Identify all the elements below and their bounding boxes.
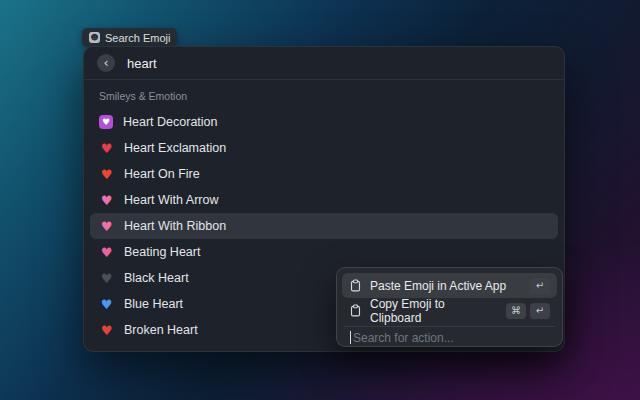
back-button[interactable]: ‹	[97, 54, 115, 72]
emoji-name: Beating Heart	[124, 245, 200, 259]
emoji-name: Heart Exclamation	[124, 141, 226, 155]
action-search-input[interactable]: Search for action...	[342, 330, 557, 346]
action-search-placeholder: Search for action...	[353, 331, 454, 345]
actions-list: Paste Emoji in Active App ↵ Copy Emoji t…	[342, 273, 557, 323]
emoji-list-item[interactable]: ♥ Heart With Ribbon	[90, 213, 558, 239]
heart-emoji-icon: ♥	[99, 194, 114, 207]
emoji-list-item[interactable]: ♥ Heart Decoration	[90, 109, 558, 135]
emoji-name: Heart With Ribbon	[124, 219, 226, 233]
section-header: Smileys & Emotion	[90, 80, 558, 109]
action-shortcut: ⌘↵	[506, 303, 550, 319]
chevron-left-icon: ‹	[103, 56, 108, 69]
return-key: ↵	[530, 303, 550, 319]
action-item[interactable]: Paste Emoji in Active App ↵	[342, 273, 557, 298]
action-item[interactable]: Copy Emoji to Clipboard ⌘↵	[342, 298, 557, 323]
action-shortcut: ↵	[530, 278, 550, 294]
heart-emoji-icon: ♥	[99, 324, 114, 337]
desktop: { "launcher_pill": { "label": "Search Em…	[0, 0, 640, 400]
popup-divider	[344, 326, 555, 327]
emoji-name: Heart With Arrow	[124, 193, 218, 207]
heart-emoji-icon: ♥	[99, 246, 114, 259]
heart-emoji-icon: ♥	[99, 142, 114, 155]
heart-emoji-icon: ♥	[99, 350, 114, 352]
command-key: ⌘	[506, 303, 526, 319]
emoji-list-item[interactable]: ♥ Heart On Fire	[90, 161, 558, 187]
emoji-name: Broken Heart	[124, 323, 198, 337]
heart-emoji-icon: ♥	[99, 272, 114, 285]
emoji-name: Blue Heart	[124, 297, 183, 311]
emoji-list-item[interactable]: ♥ Heart With Arrow	[90, 187, 558, 213]
action-label: Paste Emoji in Active App	[370, 279, 506, 293]
emoji-app-icon: ☻	[89, 32, 100, 43]
clipboard-icon	[349, 304, 362, 317]
heart-emoji-icon: ♥	[99, 115, 113, 129]
emoji-name: Heart On Fire	[124, 167, 200, 181]
clipboard-icon	[349, 279, 362, 292]
emoji-name: Brown Heart	[124, 349, 193, 351]
text-caret	[350, 331, 351, 344]
heart-emoji-icon: ♥	[99, 298, 114, 311]
heart-emoji-icon: ♥	[99, 168, 114, 181]
search-emoji-pill[interactable]: ☻ Search Emoji	[82, 28, 177, 47]
search-input[interactable]: heart	[127, 56, 157, 71]
heart-emoji-icon: ♥	[99, 220, 114, 233]
actions-popup: Paste Emoji in Active App ↵ Copy Emoji t…	[336, 267, 563, 347]
return-key: ↵	[530, 278, 550, 294]
emoji-name: Black Heart	[124, 271, 189, 285]
emoji-list-item[interactable]: ♥ Heart Exclamation	[90, 135, 558, 161]
search-bar: ‹ heart	[84, 47, 564, 80]
action-label: Copy Emoji to Clipboard	[370, 297, 498, 325]
emoji-name: Heart Decoration	[123, 115, 218, 129]
emoji-list-item[interactable]: ♥ Beating Heart	[90, 239, 558, 265]
search-emoji-pill-label: Search Emoji	[105, 32, 170, 44]
